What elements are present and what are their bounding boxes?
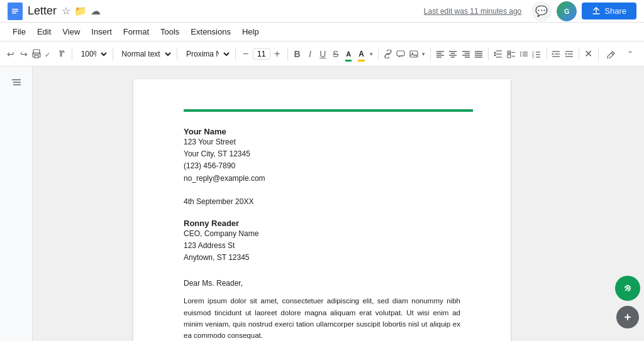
divider-8: [488, 48, 489, 60]
svg-point-36: [520, 55, 521, 57]
menu-insert[interactable]: Insert: [86, 24, 117, 39]
sender-info: Your Name 123 Your Street Your City, ST …: [184, 127, 460, 185]
bold-button[interactable]: B: [291, 45, 303, 63]
menu-help[interactable]: Help: [237, 24, 264, 39]
svg-text:3.: 3.: [532, 55, 535, 58]
align-left-button[interactable]: [435, 45, 446, 63]
cloud-icon[interactable]: ☁: [91, 5, 101, 17]
toolbar: ↩ ↪ ✓ 100% 75% 125% 150% Normal text Hea…: [0, 41, 644, 67]
divider-1: [72, 48, 72, 60]
share-button[interactable]: Share: [582, 3, 636, 19]
clear-formatting-button[interactable]: ✕: [583, 45, 594, 63]
print-button[interactable]: [31, 45, 42, 63]
undo-button[interactable]: ↩: [5, 45, 16, 63]
star-icon[interactable]: ☆: [62, 5, 70, 17]
document-page: Your Name 123 Your Street Your City, ST …: [133, 79, 511, 341]
menu-extensions[interactable]: Extensions: [186, 24, 236, 39]
sender-address: 123 Your Street: [184, 136, 460, 148]
insert-image-button[interactable]: [408, 45, 419, 63]
image-dropdown[interactable]: ▾: [421, 45, 426, 63]
divider-7: [430, 48, 431, 60]
divider-9: [547, 48, 547, 60]
insert-link-button[interactable]: [382, 45, 394, 63]
checklist-button[interactable]: [505, 45, 516, 63]
font-select[interactable]: Proxima N... Arial Times New Roman: [181, 48, 231, 60]
top-right-actions: 💬 G Share: [531, 1, 636, 21]
svg-rect-2: [12, 11, 18, 12]
align-right-button[interactable]: [460, 45, 472, 63]
svg-rect-8: [397, 51, 404, 56]
font-size-group: − +: [240, 48, 284, 60]
menu-view[interactable]: View: [57, 24, 85, 39]
font-size-input[interactable]: [253, 48, 270, 60]
menu-edit[interactable]: Edit: [32, 24, 56, 39]
svg-rect-9: [410, 51, 418, 57]
divider-10: [579, 48, 579, 60]
last-edit-text[interactable]: Last edit was 11 minutes ago: [424, 7, 521, 16]
left-panel: [0, 67, 33, 341]
svg-point-35: [520, 53, 521, 55]
svg-rect-3: [12, 13, 16, 14]
svg-rect-4: [33, 50, 40, 54]
date-line: 4th September 20XX: [184, 197, 460, 206]
recipient-title: CEO, Company Name: [184, 228, 460, 240]
sender-city: Your City, ST 12345: [184, 148, 460, 160]
comment-button[interactable]: 💬: [531, 1, 552, 21]
menu-tools[interactable]: Tools: [155, 24, 184, 39]
text-color-button[interactable]: A: [343, 45, 354, 63]
assistant-fab-button[interactable]: [615, 276, 640, 301]
salutation: Dear Ms. Reader,: [184, 279, 460, 288]
menu-format[interactable]: Format: [118, 24, 154, 39]
sender-email: no_reply@example.com: [184, 173, 460, 185]
highlight-color-button[interactable]: A: [355, 45, 367, 63]
align-center-button[interactable]: [447, 45, 458, 63]
spellcheck-button[interactable]: ✓: [43, 45, 55, 63]
font-size-decrease[interactable]: −: [240, 48, 252, 60]
add-fab-button[interactable]: [616, 306, 639, 328]
increase-indent-button[interactable]: [564, 45, 575, 63]
recipient-info: Ronny Reader CEO, Company Name 123 Addre…: [184, 219, 460, 264]
content-area: Your Name 123 Your Street Your City, ST …: [0, 67, 644, 341]
document-title: Letter: [28, 4, 57, 18]
menu-bar: File Edit View Insert Format Tools Exten…: [0, 23, 644, 41]
font-size-increase[interactable]: +: [271, 48, 284, 60]
divider-3: [177, 48, 177, 60]
divider-5: [287, 48, 288, 60]
style-select[interactable]: Normal text Heading 1 Heading 2 Title: [116, 48, 173, 60]
number-list-button[interactable]: 1.2.3.: [531, 45, 542, 63]
svg-point-34: [520, 51, 521, 53]
insert-comment-button[interactable]: [395, 45, 406, 63]
svg-rect-6: [35, 55, 38, 58]
recipient-name: Ronny Reader: [184, 219, 460, 228]
outline-toggle[interactable]: [8, 74, 25, 92]
strikethrough-button[interactable]: S: [330, 45, 341, 63]
doc-area[interactable]: Your Name 123 Your Street Your City, ST …: [33, 67, 611, 341]
divider-2: [113, 48, 113, 60]
paint-format-button[interactable]: [57, 45, 68, 63]
bullet-list-button[interactable]: [518, 45, 530, 63]
body-paragraph-1: Lorem ipsum dolor sit amet, consectetuer…: [184, 295, 460, 341]
menu-file[interactable]: File: [8, 24, 31, 39]
zoom-select[interactable]: 100% 75% 125% 150%: [76, 48, 109, 60]
italic-button[interactable]: I: [304, 45, 316, 63]
svg-text:✓: ✓: [45, 51, 50, 58]
sender-phone: (123) 456-7890: [184, 160, 460, 172]
right-panel: [611, 67, 644, 341]
highlight-dropdown[interactable]: ▾: [369, 45, 374, 63]
folder-icon[interactable]: 📁: [74, 5, 87, 17]
svg-rect-31: [508, 55, 511, 58]
decrease-indent-button[interactable]: [550, 45, 562, 63]
underline-button[interactable]: U: [317, 45, 328, 63]
justify-button[interactable]: [473, 45, 484, 63]
sender-name: Your Name: [184, 127, 460, 136]
docs-icon: [8, 3, 23, 20]
edit-mode-button[interactable]: [602, 45, 620, 63]
divider-6: [378, 48, 379, 60]
redo-button[interactable]: ↪: [18, 45, 29, 63]
collapse-toolbar-button[interactable]: ⌃: [621, 45, 639, 63]
recipient-address: 123 Address St: [184, 240, 460, 252]
avatar-button[interactable]: G: [557, 1, 577, 21]
divider-11: [598, 48, 599, 60]
line-spacing-button[interactable]: [492, 45, 504, 63]
divider-4: [235, 48, 236, 60]
